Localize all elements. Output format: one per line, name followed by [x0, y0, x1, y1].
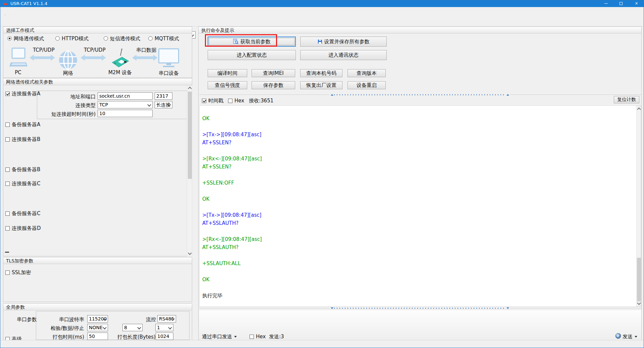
log-splitter-top[interactable]: [199, 93, 641, 96]
server-a-address-input[interactable]: socket.usr.cn: [98, 92, 153, 100]
log-hex-checkbox[interactable]: [228, 99, 232, 103]
maximize-button[interactable]: [613, 0, 629, 7]
serial-params-label: 串口参数: [17, 316, 37, 323]
close-button[interactable]: ×: [629, 0, 644, 7]
chevron-down-icon: [147, 103, 151, 106]
network-globe-icon: [58, 50, 78, 70]
pack-time-input[interactable]: 50: [87, 333, 108, 340]
window-title: USR-CAT1 V1.1.4: [10, 1, 47, 6]
uart-stopbits-select[interactable]: 1: [155, 324, 173, 331]
log-line: OK: [202, 195, 632, 203]
flow-ctrl-select[interactable]: RS485: [157, 315, 176, 322]
link2-label: TCP/UDP: [84, 47, 105, 53]
splitter-arrow-icon[interactable]: [506, 94, 509, 96]
reset-count-button[interactable]: 复位计数: [614, 96, 639, 103]
server-b-checkbox[interactable]: [5, 137, 10, 142]
arrow-left-right-icon: [30, 54, 55, 61]
set-save-params-button[interactable]: 设置并保存所有参数: [300, 37, 387, 47]
get-params-button[interactable]: 获取当前参数: [208, 37, 296, 47]
splitter-arrow-icon[interactable]: [331, 94, 333, 96]
backup-a-checkbox[interactable]: [5, 122, 10, 127]
app-window: USR-CAT1 V1.1.4 × 文件 Language [PC串口参数]:串…: [0, 0, 644, 348]
m2m-label: M2M 设备: [108, 69, 132, 76]
factory-reset-label: 恢复出厂设置: [306, 82, 336, 89]
query-imei-label: 查询IMEI: [263, 70, 283, 77]
backup-c-label: 备份服务器C: [12, 210, 40, 217]
log-line: [202, 171, 632, 179]
short-conn-timeout-input[interactable]: 10: [98, 110, 153, 117]
radio-net-passthrough[interactable]: [7, 36, 12, 41]
scroll-up-arrow-icon[interactable]: [187, 86, 193, 91]
enter-comm-label: 进入通讯状态: [328, 52, 359, 58]
radio-sms-passthrough[interactable]: [104, 36, 108, 41]
link3-label: 串口数据: [136, 47, 157, 53]
server-d-checkbox[interactable]: [5, 226, 10, 231]
pack-len-input[interactable]: 1024: [156, 333, 173, 340]
send-hex-label: Hex: [256, 334, 266, 340]
timestamp-checkbox[interactable]: [202, 99, 206, 103]
radio-httpd-label: HTTPD模式: [62, 36, 89, 42]
pc-label: PC: [10, 69, 26, 76]
save-params-button[interactable]: 保存参数: [252, 81, 295, 89]
reboot-button[interactable]: 设备重启: [347, 81, 386, 89]
server-c-checkbox[interactable]: [5, 182, 10, 186]
scrollbar-thumb[interactable]: [188, 92, 192, 179]
backup-a-label: 备份服务器A: [12, 121, 40, 128]
log-scrollbar[interactable]: [636, 106, 641, 306]
server-a-checkbox[interactable]: [5, 92, 10, 96]
send-hex-checkbox[interactable]: [250, 335, 254, 339]
uart-parity-select[interactable]: NONE: [87, 324, 108, 331]
flow-ctrl-label: 流控: [138, 316, 156, 323]
log-line: [202, 187, 632, 195]
recv-count: 接收:3651: [249, 98, 273, 104]
backup-b-checkbox[interactable]: [5, 167, 10, 172]
network-label: 网络: [60, 70, 76, 77]
serial-params-box: 串口波特率 115200 流控 RS485 检验/数据/停止 NONE 8 1 …: [36, 311, 190, 340]
uart-stopbits-value: 1: [157, 325, 160, 330]
scrollbar-thumb[interactable]: [637, 258, 641, 301]
minimize-button[interactable]: [598, 0, 613, 7]
uart-baud-select[interactable]: 115200: [87, 315, 108, 322]
tls-group: TLS加密参数 SSL加密: [3, 257, 192, 302]
keepalive-select[interactable]: 长连接: [155, 101, 172, 108]
uart-databits-value: 8: [124, 325, 127, 330]
uart-databits-select[interactable]: 8: [122, 324, 143, 331]
factory-reset-button[interactable]: 恢复出厂设置: [300, 81, 342, 89]
compile-time-label: 编译时间: [217, 70, 237, 77]
conn-type-label: 连接类型: [44, 102, 96, 109]
scroll-down-arrow-icon[interactable]: [637, 301, 641, 306]
net-params-scrollbar[interactable]: [187, 85, 192, 256]
query-imei-button[interactable]: 查询IMEI: [252, 69, 295, 77]
send-via-serial-button[interactable]: 通过串口发送: [202, 334, 237, 340]
backup-c-checkbox[interactable]: [5, 211, 10, 216]
compile-time-button[interactable]: 编译时间: [208, 69, 247, 77]
scroll-down-arrow-icon[interactable]: [187, 251, 193, 256]
log-splitter-bottom[interactable]: [199, 307, 641, 310]
radio-httpd[interactable]: [55, 36, 60, 41]
server-a-box: 地址和端口 socket.usr.cn 2317 连接类型 TCP 长连接 短连…: [37, 91, 189, 119]
uart-parity-value: NONE: [89, 325, 103, 330]
log-line: +SSLAUTH:ALL: [202, 259, 632, 267]
server-a-port-input[interactable]: 2317: [155, 92, 172, 100]
enter-comm-button[interactable]: 进入通讯状态: [300, 50, 387, 60]
log-output[interactable]: OK >[Tx->][09:08:47][asc] AT+SSLEN? >[Rx…: [199, 105, 641, 307]
query-number-button[interactable]: 查询本机号码: [300, 69, 342, 77]
send-button[interactable]: 发送: [623, 334, 637, 340]
conn-type-value: TCP: [99, 102, 108, 107]
send-via-serial-label: 通过串口发送: [202, 334, 232, 340]
query-signal-button[interactable]: 查信号强度: [208, 81, 247, 89]
save-params-label: 保存参数: [263, 82, 283, 89]
enter-config-label: 进入配置状态: [237, 52, 267, 58]
query-version-button[interactable]: 查询版本: [347, 69, 386, 77]
ssl-checkbox[interactable]: [5, 270, 10, 275]
close-icon: ×: [635, 1, 638, 6]
arrow-left-right-icon: [132, 54, 158, 61]
chevron-down-icon: [635, 336, 637, 338]
scroll-up-arrow-icon[interactable]: [637, 106, 641, 111]
conn-type-select[interactable]: TCP: [98, 101, 153, 108]
log-line: AT+SSLEN?: [202, 139, 632, 147]
splitter-arrow-icon[interactable]: [331, 307, 333, 309]
enter-config-button[interactable]: 进入配置状态: [208, 50, 296, 60]
radio-mqtt[interactable]: [148, 36, 153, 41]
splitter-arrow-icon[interactable]: [506, 307, 509, 309]
